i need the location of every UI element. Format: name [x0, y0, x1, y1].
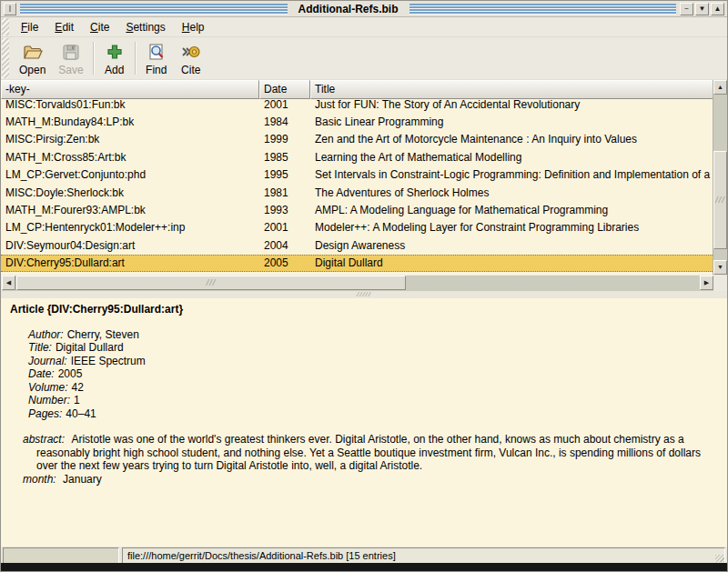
table-row[interactable]: MISC:Doyle:Sherlock:bk 1981 The Adventur…: [1, 184, 714, 201]
month-label: month:: [23, 473, 56, 486]
field-value: Cherry, Steven: [67, 328, 139, 341]
row-key: MATH_M:Fourer93:AMPL:bk: [1, 204, 259, 216]
add-button[interactable]: Add: [97, 37, 132, 79]
toolbar-separator: [93, 42, 95, 75]
statusbar: file:///home/gerrit/Docs/thesis/Addition…: [1, 547, 727, 565]
cite-coin-icon: [180, 42, 202, 62]
row-key: DIV:Seymour04:Design:art: [1, 239, 259, 252]
row-title: Design Awareness: [310, 239, 714, 252]
table-row[interactable]: MISC:Torvalds01:Fun:bk 2001 Just for FUN…: [1, 99, 714, 113]
row-title: Zen and the Art of Motorcycle Maintenanc…: [310, 133, 714, 146]
splitter-grip-icon: /////: [357, 290, 371, 298]
scroll-up-button[interactable]: ▲: [713, 80, 727, 95]
maximize-button[interactable]: ▲: [711, 3, 724, 15]
row-key: MISC:Doyle:Sherlock:bk: [1, 186, 259, 199]
entry-abstract: abstract: Aristotle was one of the world…: [10, 433, 718, 473]
menu-help[interactable]: Help: [174, 18, 213, 36]
window-title: Additional-Refs.bib: [291, 2, 406, 16]
menu-edit[interactable]: Edit: [46, 18, 82, 36]
column-header-title[interactable]: Title: [310, 80, 714, 99]
menu-cite[interactable]: Cite: [82, 18, 117, 36]
row-key: MATH_M:Cross85:Art:bk: [1, 151, 259, 164]
table-row[interactable]: DIV:Cherry95:Dullard:art 2005 Digital Du…: [1, 255, 714, 272]
toolbar-drag-handle[interactable]: [2, 38, 9, 78]
progress-indicator: [3, 547, 119, 564]
cite-label: Cite: [181, 64, 200, 76]
detail-field: Date:2005: [28, 367, 718, 381]
resize-grip[interactable]: [715, 555, 724, 562]
row-key: LM_CP:Hentenryck01:Modeler++:inp: [1, 221, 259, 234]
abstract-label: abstract:: [23, 433, 65, 446]
entry-detail-pane: Article {DIV:Cherry95:Dullard:art} Autho…: [1, 298, 727, 547]
open-button[interactable]: Open: [13, 37, 52, 79]
table-row[interactable]: LM_CP:Hentenryck01:Modeler++:inp 2001 Mo…: [1, 219, 714, 236]
window-bottom-edge: [1, 563, 727, 571]
table-header: -key- Date Title: [1, 80, 714, 99]
row-title: Basic Linear Programming: [310, 115, 714, 128]
row-title: Just for FUN: The Story of An Accidental…: [310, 99, 714, 111]
table-row[interactable]: MISC:Pirsig:Zen:bk 1999 Zen and the Art …: [1, 131, 714, 148]
table-row[interactable]: LM_CP:Gervet:Conjunto:phd 1995 Set Inter…: [1, 166, 714, 184]
column-header-date[interactable]: Date: [259, 80, 310, 99]
table-row[interactable]: MATH_M:Bunday84:LP:bk 1984 Basic Linear …: [1, 113, 714, 130]
toolbar-separator: [135, 42, 136, 75]
titlebar-stripes-left: [20, 4, 288, 15]
scroll-left-button[interactable]: ◀: [2, 276, 15, 290]
table-row[interactable]: MATH_M:Fourer93:AMPL:bk 1993 AMPL: A Mod…: [1, 201, 714, 218]
menu-settings[interactable]: Settings: [117, 18, 173, 36]
field-label: Number:: [28, 394, 70, 406]
detail-field: Journal:IEEE Spectrum: [28, 355, 718, 368]
detail-field: Pages:40–41: [28, 407, 718, 421]
save-button[interactable]: Save: [52, 37, 89, 79]
detail-field: Number:1: [28, 394, 718, 407]
scroll-down-button[interactable]: ▼: [713, 260, 727, 275]
row-key: MATH_M:Bunday84:LP:bk: [1, 115, 259, 128]
add-plus-icon: [104, 42, 126, 62]
window-menu-button[interactable]: [4, 3, 16, 15]
shade-button[interactable]: ▼: [695, 3, 709, 15]
row-date: 1993: [259, 204, 310, 216]
table-row[interactable]: MATH_M:Cross85:Art:bk 1985 Learning the …: [1, 148, 714, 166]
field-value: Digital Dullard: [56, 341, 124, 354]
status-message: file:///home/gerrit/Docs/thesis/Addition…: [122, 547, 725, 564]
menu-file[interactable]: File: [13, 18, 46, 36]
detail-field: Author:Cherry, Steven: [28, 328, 718, 342]
find-magnifier-icon: [146, 42, 167, 62]
row-title: Modeler++: A Modeling Layer for Constrai…: [310, 221, 714, 234]
field-value: 42: [72, 381, 84, 394]
column-header-key[interactable]: -key-: [1, 80, 259, 99]
entry-fields: Author:Cherry, Steven Title:Digital Dull…: [28, 328, 718, 421]
vertical-scrollbar[interactable]: ▲ /// ▼: [713, 80, 727, 275]
row-date: 1995: [259, 168, 310, 181]
menubar-drag-handle[interactable]: [2, 18, 9, 35]
thumb-grip-icon: ///: [715, 196, 725, 205]
horizontal-scrollbar-thumb[interactable]: ///: [16, 276, 406, 290]
pane-splitter[interactable]: /////: [1, 291, 727, 298]
find-button[interactable]: Find: [139, 37, 174, 79]
row-date: 2001: [259, 221, 310, 234]
row-title: AMPL: A Modeling Language for Mathematic…: [310, 204, 714, 216]
row-key: DIV:Cherry95:Dullard:art: [1, 256, 259, 269]
row-title: The Adventures of Sherlock Holmes: [310, 186, 714, 199]
horizontal-scrollbar[interactable]: ◀ /// ▶: [2, 276, 713, 291]
minimize-button[interactable]: −: [680, 3, 693, 15]
find-label: Find: [146, 64, 167, 76]
row-title: Digital Dullard: [310, 256, 714, 269]
scroll-right-button[interactable]: ▶: [700, 276, 713, 290]
cite-button[interactable]: Cite: [174, 37, 208, 79]
toolbar: Open Save Add Find: [1, 37, 727, 80]
row-date: 1985: [259, 151, 310, 164]
menubar: File Edit Cite Settings Help: [1, 17, 727, 37]
row-key: LM_CP:Gervet:Conjunto:phd: [1, 168, 259, 181]
abstract-text: Aristotle was one of the world's greates…: [36, 433, 701, 472]
row-key: MISC:Torvalds01:Fun:bk: [1, 99, 259, 111]
table-row[interactable]: DIV:Seymour04:Design:art 2004 Design Awa…: [1, 236, 714, 254]
thumb-grip-icon: ///: [207, 278, 217, 287]
detail-field: Volume:42: [28, 381, 718, 395]
field-label: Author:: [28, 328, 64, 341]
month-value: January: [63, 473, 102, 486]
detail-field: Title:Digital Dullard: [28, 341, 718, 355]
vertical-scrollbar-thumb[interactable]: ///: [713, 151, 727, 249]
add-label: Add: [105, 64, 124, 76]
entry-month: month: January: [23, 473, 718, 487]
